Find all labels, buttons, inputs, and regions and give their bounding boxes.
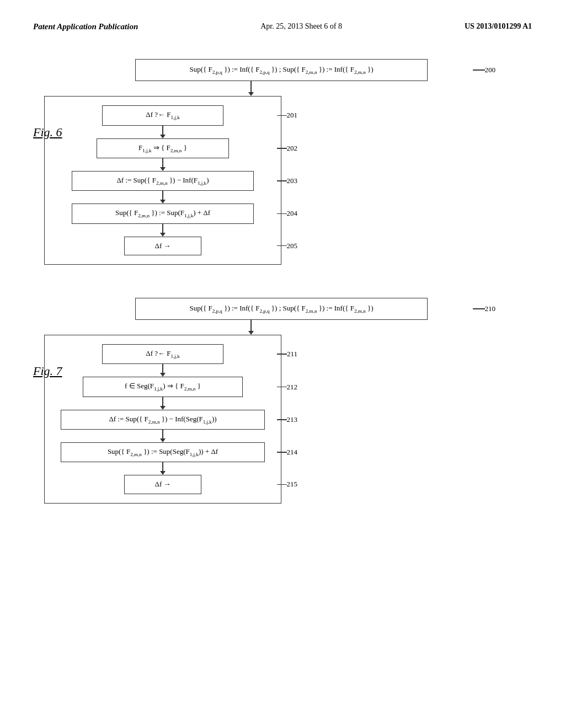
fig7-box-210: Sup({ F2,p,q }) := Inf({ F2,p,q }) ; Sup… bbox=[135, 298, 428, 320]
header-right: US 2013/0101299 A1 bbox=[465, 22, 532, 31]
fig7-arrow-214 bbox=[160, 462, 166, 475]
figure-6-section: Fig. 6 Sup({ F2,p,q }) := Inf({ F2,p,q }… bbox=[33, 59, 532, 265]
fig6-ref-200: 200 bbox=[473, 66, 496, 74]
fig6-ref-204: 204 bbox=[277, 209, 298, 218]
fig6-step-204-row: Sup({ F2,m,n }) := Sup(F1,j,k) + Δf 204 bbox=[56, 204, 270, 223]
header-center: Apr. 25, 2013 Sheet 6 of 8 bbox=[260, 22, 342, 31]
fig7-step-215-row: Δf → 215 bbox=[56, 475, 270, 494]
fig6-ref-205: 205 bbox=[277, 242, 298, 250]
fig6-step-203-row: Δf := Sup({ F2,m,n }) − Inf(F1,j,k) 203 bbox=[56, 171, 270, 191]
fig6-box-201: Δf ?← F1,j,k bbox=[102, 105, 223, 125]
fig7-flowchart: Sup({ F2,p,q }) := Inf({ F2,p,q }) ; Sup… bbox=[105, 298, 458, 504]
fig6-box-202: F1,j,k ⇒ { F2,m,n } bbox=[97, 138, 229, 158]
fig7-ref-212: 212 bbox=[277, 383, 298, 392]
fig6-arrow-top bbox=[44, 81, 458, 96]
fig7-step-213-row: Δf := Sup({ F2,m,n }) − Inf(Seg(F1,j,k))… bbox=[56, 410, 270, 430]
fig7-box-213: Δf := Sup({ F2,m,n }) − Inf(Seg(F1,j,k)) bbox=[61, 410, 265, 430]
fig6-step-201-row: Δf ?← F1,j,k 201 bbox=[56, 105, 270, 125]
fig6-flowchart: Sup({ F2,p,q }) := Inf({ F2,p,q }) ; Sup… bbox=[105, 59, 458, 265]
fig6-step-205-row: Δf → 205 bbox=[56, 237, 270, 255]
header: Patent Application Publication Apr. 25, … bbox=[0, 0, 565, 42]
fig6-box-205: Δf → bbox=[124, 237, 201, 255]
fig6-arrow-202 bbox=[160, 158, 166, 171]
fig7-arrow-top bbox=[44, 320, 458, 335]
fig6-arrow-204 bbox=[160, 224, 166, 237]
fig7-arrow-211 bbox=[160, 364, 166, 377]
fig7-box-215: Δf → bbox=[124, 475, 201, 494]
fig7-ref-213: 213 bbox=[277, 415, 298, 424]
fig7-arrow-212 bbox=[160, 397, 166, 410]
fig7-ref-214: 214 bbox=[277, 448, 298, 457]
fig6-ref-201: 201 bbox=[277, 111, 298, 120]
content: Fig. 6 Sup({ F2,p,q }) := Inf({ F2,p,q }… bbox=[0, 42, 565, 526]
fig7-step-212-row: f ∈ Seg(F1,j,k) ⇒ { F2,m,n } 212 bbox=[56, 377, 270, 397]
fig6-box-204: Sup({ F2,m,n }) := Sup(F1,j,k) + Δf bbox=[72, 204, 254, 223]
fig6-ref-202: 202 bbox=[277, 144, 298, 153]
fig7-ref-211: 211 bbox=[277, 350, 297, 358]
fig7-arrow-213 bbox=[160, 430, 166, 442]
fig7-step-214-row: Sup({ F2,m,n }) := Sup(Seg(F1,j,k)) + Δf… bbox=[56, 442, 270, 462]
fig7-box-211: Δf ?← F1,j,k bbox=[102, 344, 223, 364]
fig7-ref-215: 215 bbox=[277, 480, 298, 489]
fig7-ref-210: 210 bbox=[473, 304, 496, 313]
fig7-box-212: f ∈ Seg(F1,j,k) ⇒ { F2,m,n } bbox=[83, 377, 243, 397]
fig6-step-202-row: F1,j,k ⇒ { F2,m,n } 202 bbox=[56, 138, 270, 158]
fig6-ref-203: 203 bbox=[277, 176, 298, 185]
figure-7-section: Fig. 7 Sup({ F2,p,q }) := Inf({ F2,p,q }… bbox=[33, 298, 532, 504]
fig7-box-214: Sup({ F2,m,n }) := Sup(Seg(F1,j,k)) + Δf bbox=[61, 442, 265, 462]
header-left: Patent Application Publication bbox=[33, 22, 138, 31]
fig6-inner-border: Δf ?← F1,j,k 201 bbox=[44, 96, 281, 264]
fig6-box-203: Δf := Sup({ F2,m,n }) − Inf(F1,j,k) bbox=[72, 171, 254, 191]
fig7-inner-border: Δf ?← F1,j,k 211 bbox=[44, 335, 281, 503]
fig7-step-211-row: Δf ?← F1,j,k 211 bbox=[56, 344, 270, 364]
fig6-arrow-203 bbox=[160, 191, 166, 204]
page: Patent Application Publication Apr. 25, … bbox=[0, 0, 565, 728]
fig6-box-200: Sup({ F2,p,q }) := Inf({ F2,p,q }) ; Sup… bbox=[135, 59, 428, 81]
fig6-arrow-201 bbox=[160, 126, 166, 138]
